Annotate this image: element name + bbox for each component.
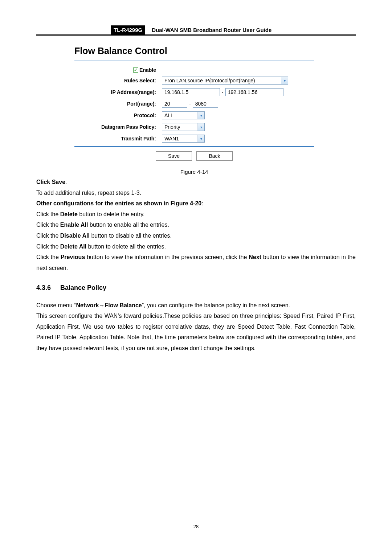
dash: - — [220, 89, 225, 95]
chevron-down-icon: ▾ — [197, 135, 204, 142]
other-conf-bold: Other configurations for the entries as … — [36, 200, 201, 206]
transmit-dropdown[interactable]: WAN1 ▾ — [162, 135, 205, 143]
datagram-dropdown[interactable]: Priority ▾ — [162, 123, 205, 131]
ip-range-row: IP Address(range): 19.168.1.5 - 192.168.… — [74, 88, 314, 96]
balance-policy-paragraph: This screen configure the WAN's foward p… — [36, 311, 356, 353]
click-save-bold: Click Save — [36, 179, 65, 185]
datagram-row: Datagram Pass Policy: Priority ▾ — [74, 123, 314, 131]
rules-select-value: Fron LAN,source IP/protocol/port(range) — [164, 78, 255, 83]
transmit-label: Transmit Path: — [74, 136, 162, 141]
add-rules-line: To add additional rules, repeat steps 1-… — [36, 188, 356, 198]
back-button[interactable]: Back — [196, 151, 233, 161]
enable-label: Enable — [139, 67, 156, 73]
rules-select-row: Rules Select: Fron LAN,source IP/protoco… — [74, 77, 314, 85]
figure-caption: Figure 4-14 — [74, 169, 314, 175]
chevron-down-icon: ▾ — [281, 77, 288, 84]
dash: - — [187, 101, 193, 107]
chevron-down-icon: ▾ — [197, 112, 204, 119]
port-range-row: Port(range): 20 - 8080 — [74, 100, 314, 108]
protocol-row: Protocol: ALL ▾ — [74, 111, 314, 119]
protocol-label: Protocol: — [74, 112, 162, 118]
port-range-label: Port(range): — [74, 101, 162, 107]
protocol-dropdown[interactable]: ALL ▾ — [162, 111, 205, 119]
button-row: Save Back — [74, 146, 314, 161]
enable-row: ✓ Enable — [74, 67, 314, 73]
section-heading: 4.3.6Balance Policy — [36, 282, 356, 294]
section-title: Balance Policy — [60, 284, 106, 291]
datagram-label: Datagram Pass Policy: — [74, 124, 162, 130]
ip-range-label: IP Address(range): — [74, 89, 162, 95]
screenshot-heading: Flow Balance Control — [74, 42, 314, 61]
port-to-input[interactable]: 8080 — [193, 100, 218, 108]
model-badge: TL-R4299G — [111, 25, 145, 34]
enable-checkbox[interactable]: ✓ — [133, 67, 138, 73]
page-header: TL-R4299G Dual-WAN SMB Broadband Router … — [36, 25, 356, 36]
port-from-input[interactable]: 20 — [162, 100, 187, 108]
save-button[interactable]: Save — [156, 151, 192, 161]
guide-title: Dual-WAN SMB Broadband Router User Guide — [145, 25, 275, 34]
section-number: 4.3.6 — [36, 282, 60, 294]
page-number: 28 — [0, 524, 392, 529]
ip-from-input[interactable]: 19.168.1.5 — [162, 88, 220, 96]
rules-select-dropdown[interactable]: Fron LAN,source IP/protocol/port(range) … — [162, 77, 288, 85]
checkmark-icon: ✓ — [134, 68, 138, 72]
ip-to-input[interactable]: 192.168.1.56 — [225, 88, 283, 96]
flow-balance-screenshot: Flow Balance Control ✓ Enable Rules Sele… — [74, 42, 314, 175]
rules-select-label: Rules Select: — [74, 78, 162, 83]
transmit-row: Transmit Path: WAN1 ▾ — [74, 135, 314, 143]
chevron-down-icon: ▾ — [197, 123, 204, 131]
document-body: Click Save. To add additional rules, rep… — [36, 177, 356, 354]
